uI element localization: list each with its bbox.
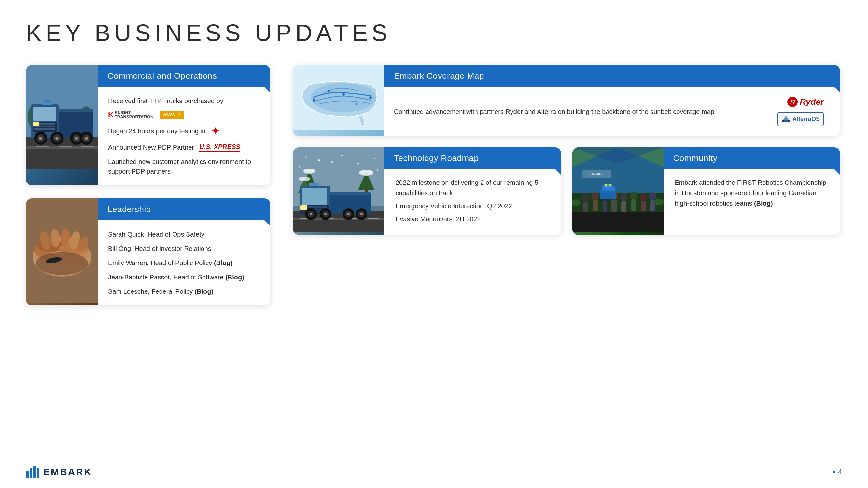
coverage-logos: R Ryder AlterraOS [771, 93, 830, 129]
commercial-item-4: Launched new customer analytics environm… [108, 157, 260, 176]
leadership-header-title: Leadership [107, 204, 151, 214]
truck-image [26, 65, 98, 186]
sam-blog-link[interactable]: (Blog) [195, 288, 214, 295]
svg-rect-120 [621, 201, 626, 212]
community-card-body: Embark attended the FIRST Robotics Champ… [663, 169, 840, 219]
svg-point-130 [605, 184, 607, 186]
leadership-card-body: Sarah Quick, Head of Ops Safety Bill Ong… [98, 220, 270, 305]
svg-point-57 [782, 120, 784, 122]
svg-rect-16 [33, 122, 39, 126]
svg-point-125 [649, 192, 656, 200]
svg-rect-98 [309, 183, 319, 187]
svg-rect-85 [331, 192, 370, 195]
footer: EMBARK 4 [26, 466, 842, 478]
embark-bar-3 [33, 466, 36, 478]
technology-text-1: 2022 milestone on delivering 2 of our re… [396, 177, 550, 198]
leadership-card: Leadership Sarah Quick, Head of Ops Safe… [26, 198, 270, 305]
commercial-header-title: Commercial and Operations [107, 71, 217, 81]
technology-card-content: Technology Roadmap 2022 milestone on del… [384, 148, 561, 235]
page-dot [833, 471, 835, 474]
technology-header-title: Technology Roadmap [394, 153, 479, 163]
coverage-map-image [293, 65, 384, 136]
leadership-item-2: Bill Ong, Head of Investor Relations [108, 244, 260, 254]
svg-rect-114 [593, 200, 598, 212]
svg-point-67 [304, 168, 315, 174]
svg-point-136 [654, 199, 663, 205]
svg-point-27 [75, 137, 78, 140]
page-number: 4 [833, 468, 842, 476]
left-column: Commercial and Operations Received first… [26, 65, 270, 319]
svg-point-88 [310, 213, 312, 215]
community-card-content: Community Embark attended the FIRST Robo… [663, 148, 840, 235]
svg-point-131 [610, 184, 612, 186]
svg-point-53 [311, 83, 376, 112]
embark-bar-2 [30, 468, 32, 478]
svg-rect-15 [34, 128, 55, 130]
page-title: KEY BUSINESS UPDATES [26, 20, 391, 46]
emily-blog-link[interactable]: (Blog) [214, 259, 233, 266]
leadership-card-content: Leadership Sarah Quick, Head of Ops Safe… [98, 198, 270, 305]
alterra-logo: AlterraOS [777, 112, 824, 126]
commercial-item-3: Announced New PDP Partner [108, 142, 194, 152]
partner-logos: K KNIGHTTRANSPORTATION SWIFT [108, 110, 260, 120]
svg-rect-32 [44, 100, 51, 102]
svg-rect-83 [300, 205, 307, 210]
coverage-text: Continued advancement with partners Ryde… [394, 106, 771, 117]
commercial-item-2: Began 24 hours per day testing in [108, 126, 206, 136]
technology-card-header: Technology Roadmap [384, 148, 561, 169]
svg-rect-11 [33, 107, 56, 121]
knight-logo: K KNIGHTTRANSPORTATION [108, 110, 153, 120]
svg-point-69 [299, 177, 310, 181]
embark-icon [26, 466, 39, 478]
svg-point-104 [331, 161, 333, 163]
coverage-card-content: Embark Coverage Map Continued advancemen… [384, 65, 840, 136]
right-grid: Technology Roadmap 2022 milestone on del… [293, 148, 840, 246]
ryder-logo: R Ryder [787, 97, 824, 107]
coverage-card: Embark Coverage Map Continued advancemen… [293, 65, 840, 136]
coverage-card-header: Embark Coverage Map [384, 65, 840, 87]
svg-point-68 [359, 170, 373, 176]
svg-point-40 [36, 252, 88, 275]
svg-point-106 [305, 157, 307, 158]
svg-rect-134 [572, 213, 663, 232]
embark-logo: EMBARK [26, 466, 92, 478]
community-header-title: Community [673, 153, 718, 163]
snow-truck-image [293, 148, 384, 235]
svg-point-123 [640, 194, 647, 201]
coverage-header-title: Embark Coverage Map [394, 71, 484, 81]
svg-point-119 [620, 193, 628, 201]
svg-rect-118 [611, 200, 617, 212]
coverage-card-body: Continued advancement with partners Ryde… [384, 87, 840, 136]
svg-point-121 [630, 192, 638, 199]
svg-rect-3 [36, 146, 49, 147]
texas-line: Began 24 hours per day testing in ✦ [108, 124, 260, 138]
embark-bar-4 [37, 468, 39, 478]
commercial-card: Commercial and Operations Received first… [26, 65, 270, 186]
jean-blog-link[interactable]: (Blog) [225, 273, 244, 281]
robotics-image: EMBARK [572, 148, 663, 235]
leadership-card-header: Leadership [98, 198, 270, 220]
right-column: Embark Coverage Map Continued advancemen… [293, 65, 840, 246]
texas-star-icon: ✦ [211, 124, 220, 138]
community-card: EMBARK Community Embark attended the FIR… [572, 148, 840, 235]
svg-rect-112 [583, 202, 588, 213]
leadership-item-3: Emily Warren, Head of Public Policy (Blo… [108, 258, 260, 268]
svg-point-100 [341, 155, 342, 156]
technology-text-3: Evasive Maneuvers: 2H 2022 [396, 214, 550, 224]
swift-logo: SWIFT [160, 110, 184, 119]
svg-rect-5 [82, 146, 94, 147]
technology-card-body: 2022 milestone on delivering 2 of our re… [384, 169, 561, 235]
svg-point-101 [358, 163, 359, 165]
community-card-header: Community [663, 148, 840, 169]
svg-point-102 [374, 158, 375, 159]
svg-text:EMBARK: EMBARK [590, 172, 604, 176]
leadership-item-5: Sam Loesche, Federal Policy (Blog) [108, 287, 260, 296]
svg-point-97 [360, 213, 363, 215]
community-blog-link[interactable]: (Blog) [754, 200, 773, 207]
embark-bar-1 [26, 471, 29, 478]
svg-rect-75 [368, 218, 379, 219]
svg-point-103 [299, 166, 300, 167]
commercial-card-content: Commercial and Operations Received first… [98, 65, 270, 186]
commercial-card-header: Commercial and Operations [98, 65, 270, 87]
svg-point-111 [582, 194, 589, 202]
